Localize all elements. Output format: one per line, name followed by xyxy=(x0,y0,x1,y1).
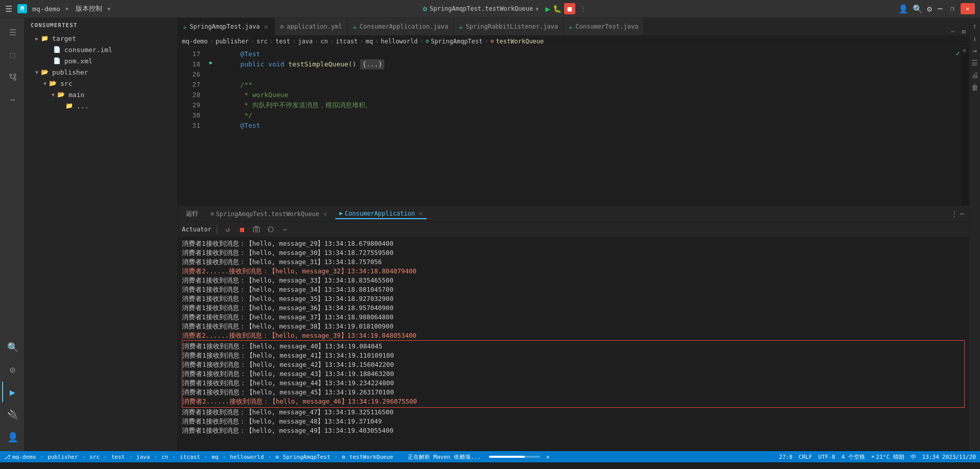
console-line-5: 消费者1接收到消息：【hello, message_33】13:34:18.83… xyxy=(182,276,965,285)
breadcrumb-item-testworkqueue[interactable]: testWorkQueue xyxy=(496,38,544,45)
title-bar-center: ⚙ SpringAmqpTest.testWorkQueue ▼ ▶ 🐛 ■ ⋮ xyxy=(423,3,586,14)
breadcrumb-item-publisher[interactable]: publisher xyxy=(216,38,249,45)
status-datetime[interactable]: 13:34 2023/11/20 xyxy=(922,454,976,460)
run-tab-springamqp[interactable]: ⚙ SpringAmqpTest.testWorkQueue ✕ xyxy=(206,209,331,219)
folder-open-icon: 📂 xyxy=(49,80,58,87)
activity-more[interactable]: ⋯ xyxy=(2,89,22,110)
code-content[interactable]: @Test public void testSimpleQueue() {...… xyxy=(216,47,954,206)
breadcrumb-item-springamqptest[interactable]: SpringAmqpTest xyxy=(431,38,482,45)
status-indent[interactable]: 4 个空格 xyxy=(842,453,865,461)
status-position[interactable]: 27:8 xyxy=(779,454,793,460)
run-tab-close[interactable]: ✕ xyxy=(323,210,327,218)
side-up-icon[interactable]: ↑ xyxy=(972,22,976,30)
status-lang[interactable]: 中 xyxy=(911,453,916,461)
side-list-icon[interactable]: ☰ xyxy=(971,59,978,67)
tab-consumer-application[interactable]: ☕ ConsumerApplication.java xyxy=(348,18,454,35)
profile-icon[interactable]: 👤 xyxy=(898,4,908,14)
breadcrumb-item-mqdemo[interactable]: mq-demo xyxy=(182,38,208,45)
file-tree-item-pom[interactable]: 📄 pom.xml xyxy=(25,55,177,66)
side-indent-icon[interactable]: ⇥ xyxy=(972,46,976,55)
project-name[interactable]: mq-demo xyxy=(32,5,60,13)
close-btn[interactable]: ✕ xyxy=(961,3,975,14)
breadcrumb-item-mq[interactable]: mq xyxy=(366,38,373,45)
run-tab-consumer-close[interactable]: ✕ xyxy=(419,210,423,217)
console-line-15: 消费者1接收到消息：【hello, message_43】13:34:19.18… xyxy=(182,369,964,379)
search-icon[interactable]: 🔍 xyxy=(913,4,923,14)
breadcrumb-item-cn[interactable]: cn xyxy=(320,38,328,45)
snapshot-btn[interactable] xyxy=(251,224,262,235)
activity-menu[interactable]: ☰ xyxy=(2,22,22,42)
status-line-ending[interactable]: CRLF xyxy=(799,454,812,460)
code-editor: 17 18 26 27 28 29 30 31 ▶ xyxy=(178,47,969,206)
status-branch[interactable]: ⎇ mq-demo xyxy=(4,454,36,460)
file-tree-item-main[interactable]: ▼ 📂 main xyxy=(25,89,177,100)
more-tools-btn[interactable]: ⋯ xyxy=(279,224,291,235)
breadcrumb-item-itcast[interactable]: itcast xyxy=(336,38,358,45)
folded-block[interactable]: {...} xyxy=(360,59,384,69)
tab-consumer-test[interactable]: ☕ ConsumerTest.java xyxy=(564,18,644,35)
tab-split-btn[interactable]: ⊞ xyxy=(959,28,969,35)
file-tree-item-publisher[interactable]: ▼ 📂 publisher xyxy=(25,66,177,78)
debug-icon[interactable]: 🐛 xyxy=(553,5,562,13)
panel-more-icon[interactable]: ⋮ xyxy=(951,210,958,218)
activity-explorer[interactable]: ⬚ xyxy=(2,44,22,65)
tab-application-yml[interactable]: ⚙ application.yml xyxy=(275,18,348,35)
activity-settings[interactable]: ⚙ xyxy=(2,359,22,380)
progress-close-icon[interactable]: ✕ xyxy=(546,454,550,460)
activity-search[interactable]: 🔍 xyxy=(2,337,22,357)
side-down-icon[interactable]: ↓ xyxy=(972,34,976,42)
status-weather[interactable]: ☀ 21°C 晴朗 xyxy=(871,453,904,461)
restore-btn[interactable]: ❐ xyxy=(948,5,956,13)
breadcrumb-item-testworkqueue-icon: ⚙ xyxy=(491,38,494,44)
item-label: publisher xyxy=(52,68,88,76)
panel-minimize-icon[interactable]: − xyxy=(960,209,965,219)
code-line-27: /** xyxy=(224,80,954,90)
stop-btn2[interactable]: ■ xyxy=(237,224,248,235)
arrow-icon: ▼ xyxy=(33,69,41,75)
run-gutter-icon[interactable]: ▶ xyxy=(209,59,213,66)
more-actions-icon[interactable]: ⋮ xyxy=(580,5,586,12)
comment: */ xyxy=(224,110,252,121)
run-config-label[interactable]: SpringAmqpTest.testWorkQueue xyxy=(430,5,533,12)
run-btn[interactable]: ▶ xyxy=(545,4,550,14)
settings-icon[interactable]: ⚙ xyxy=(927,4,932,14)
restart-btn[interactable]: ↺ xyxy=(222,224,234,235)
activity-plugins[interactable]: 🔌 xyxy=(2,404,22,425)
tab-label: SpringRabbitListener.java xyxy=(465,23,558,30)
console-output[interactable]: 消费者1接收到消息：【hello, message_29】13:34:18.67… xyxy=(178,237,969,451)
bottom-panel: 运行 ⚙ SpringAmqpTest.testWorkQueue ✕ ▶ Co… xyxy=(178,206,969,451)
stop-btn[interactable]: ■ xyxy=(564,3,575,14)
file-tree-item-src[interactable]: ▼ 📂 src xyxy=(25,78,177,89)
status-java: java xyxy=(136,454,150,460)
file-tree-item-target[interactable]: ▶ 📁 target xyxy=(25,33,177,44)
activity-git[interactable] xyxy=(2,67,22,87)
tab-spring-rabbit-listener[interactable]: ☕ SpringRabbitListener.java xyxy=(454,18,564,35)
tab-more-btn[interactable]: ⋯ xyxy=(947,28,959,35)
run-tab-label[interactable]: 运行 xyxy=(182,207,202,220)
console-line-6: 消费者1接收到消息：【hello, message_34】13:34:18.88… xyxy=(182,285,965,294)
comment: * workQueue xyxy=(224,90,288,100)
progress-bar-fill xyxy=(489,456,525,458)
breadcrumb-item-helloworld[interactable]: helloworld xyxy=(381,38,417,45)
app-menu-icon[interactable]: ☰ xyxy=(5,4,12,14)
folder-icon: 📁 xyxy=(65,102,75,109)
breadcrumb-item-java[interactable]: java xyxy=(298,38,313,45)
version-control[interactable]: 版本控制 xyxy=(76,4,102,13)
run-tab-consumer[interactable]: ▶ ConsumerApplication ✕ xyxy=(335,209,427,219)
side-delete-icon[interactable]: 🗑 xyxy=(971,83,978,91)
activity-profile[interactable]: 👤 xyxy=(2,427,22,447)
refresh-btn[interactable] xyxy=(265,224,276,235)
tab-close-icon[interactable]: ✕ xyxy=(263,22,269,31)
actuator-label[interactable]: Actuator xyxy=(182,226,212,233)
status-encoding[interactable]: UTF-8 xyxy=(819,454,835,460)
activity-run[interactable]: ▶ xyxy=(2,382,22,402)
side-print-icon[interactable]: 🖨 xyxy=(971,71,978,79)
breadcrumb-item-test[interactable]: test xyxy=(275,38,290,45)
file-tree-item-ellipsis[interactable]: 📁 ... xyxy=(25,100,177,111)
file-tree-item-consumer-iml[interactable]: 📄 consumer.iml xyxy=(25,44,177,55)
tab-springamqptest[interactable]: ☕ SpringAmqpTest.java ✕ xyxy=(178,18,275,35)
minimize-btn[interactable]: − xyxy=(936,5,944,13)
tab-label: application.yml xyxy=(287,23,342,30)
breadcrumb-sep7: › xyxy=(204,454,208,460)
breadcrumb-item-src[interactable]: src xyxy=(256,38,268,45)
